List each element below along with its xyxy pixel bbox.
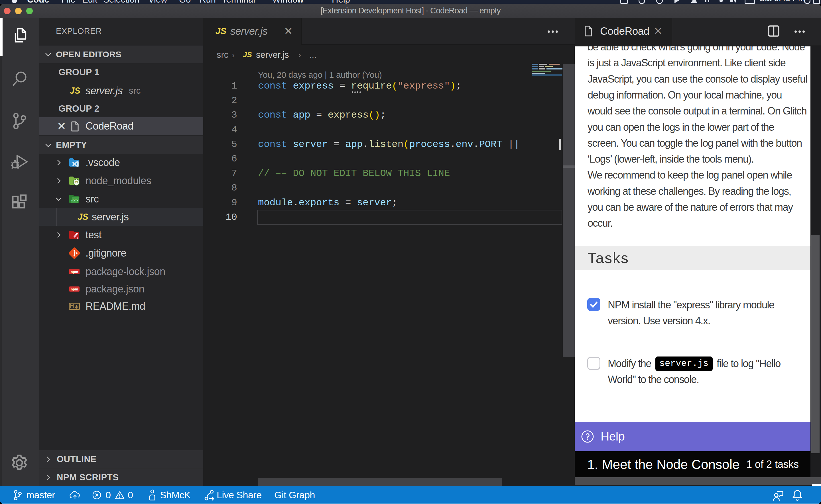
- svg-text:JS: JS: [74, 181, 78, 184]
- svg-text:npm: npm: [71, 287, 78, 291]
- svg-text:npm: npm: [71, 270, 78, 274]
- svg-text:</>: </>: [71, 198, 78, 203]
